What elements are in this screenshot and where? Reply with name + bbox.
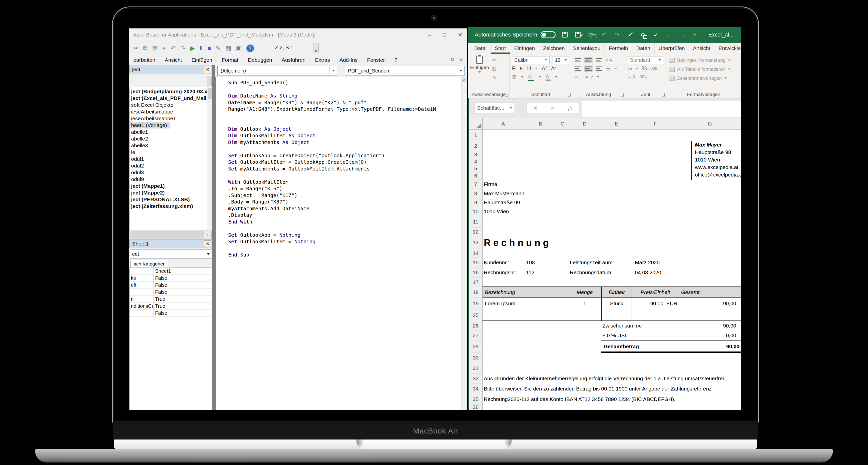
- formula-input[interactable]: [582, 101, 741, 117]
- sheet-cell[interactable]: Preis/Einheit: [632, 287, 679, 298]
- nditionsCalc[interactable]: nditionsCalc True: [130, 303, 212, 310]
- select-all-corner[interactable]: [469, 118, 483, 130]
- save-as-icon[interactable]: [574, 30, 582, 40]
- merge-center-icon[interactable]: ⊟: [606, 65, 611, 72]
- row-header[interactable]: 3: [469, 151, 483, 158]
- autosave-toggle[interactable]: [540, 31, 556, 38]
- sheet-cell[interactable]: 1010 Wien: [484, 207, 559, 216]
- n[interactable]: n True: [130, 296, 212, 303]
- copy-icon[interactable]: ⧉: [492, 66, 497, 72]
- sheet-cell[interactable]: Firma: [484, 179, 559, 189]
- ribbon-tab[interactable]: Daten: [632, 43, 654, 54]
- ribbon-tab[interactable]: Seitenlayou: [569, 43, 605, 54]
- remove-decimal-icon[interactable]: ,00→: [639, 75, 648, 79]
- close-icon[interactable]: ✕: [204, 240, 211, 247]
- sheet-cell[interactable]: Hauptstraße 99: [484, 198, 559, 207]
- font-size-dropdown[interactable]: 12: [553, 56, 569, 64]
- toolbox-icon[interactable]: ▣: [236, 45, 242, 51]
- project-tree-item[interactable]: ject (Budgetplanung-2020-03.xlsx: [130, 88, 212, 95]
- project-tree-item[interactable]: odul1: [130, 156, 212, 162]
- dialog-launcher-icon[interactable]: [662, 94, 664, 97]
- sheet-cell[interactable]: Gesamt: [681, 287, 736, 298]
- properties-object-dropdown[interactable]: eet: [130, 250, 212, 259]
- row-header[interactable]: 4: [469, 158, 483, 165]
- row-header[interactable]: 2: [469, 141, 483, 151]
- shapes-icon[interactable]: [639, 30, 647, 40]
- ribbon-tab[interactable]: Ansicht: [689, 43, 715, 54]
- child-restore-icon[interactable]: ⧉: [451, 57, 454, 63]
- sheet-cell[interactable]: Rechnungsdatum:: [570, 267, 632, 277]
- decrease-indent-icon[interactable]: ⇤: [575, 74, 579, 80]
- collapse-ribbon-icon[interactable]: [691, 30, 699, 40]
- project-tree-item[interactable]: ject (Mappe1): [130, 182, 212, 189]
- row-header[interactable]: 35: [469, 394, 483, 404]
- font-name-dropdown[interactable]: Calibri: [512, 56, 550, 64]
- ribbon-tab[interactable]: Einfügen: [510, 43, 539, 54]
- project-tree-item[interactable]: odul2: [130, 162, 212, 169]
- sheet-cell[interactable]: 1: [568, 298, 601, 309]
- ribbon-tab[interactable]: Datei: [470, 43, 491, 54]
- pause-icon[interactable]: ‖: [199, 45, 203, 51]
- row-header[interactable]: 12: [469, 228, 483, 236]
- sheet-cell[interactable]: Kundennr.:: [484, 258, 524, 267]
- help-icon[interactable]: ?: [246, 44, 254, 52]
- row-header[interactable]: 34: [469, 384, 483, 394]
- row-header[interactable]: 31: [469, 363, 483, 373]
- vba-menu-item[interactable]: earbeiten: [133, 57, 155, 63]
- dialog-launcher-icon[interactable]: [621, 94, 624, 97]
- redo-icon[interactable]: ↷: [181, 45, 186, 51]
- project-tree-item[interactable]: odul9: [130, 176, 212, 182]
- project-tree-item[interactable]: ieseArbeitsmappe1: [130, 115, 212, 122]
- sheet-cell[interactable]: office@excelpedia.at: [695, 171, 741, 178]
- row-header[interactable]: 9: [469, 198, 483, 207]
- ribbon-tab[interactable]: Start: [491, 43, 510, 54]
- sheet-cell[interactable]: 108: [526, 258, 546, 267]
- sheet-cell[interactable]: 112: [526, 267, 546, 277]
- close-icon[interactable]: ✕: [204, 66, 211, 73]
- format-as-table-button[interactable]: Als Tabelle formatieren: [669, 65, 739, 74]
- row-header[interactable]: 27: [469, 331, 483, 340]
- sheet-cell[interactable]: 90,00: [679, 321, 736, 331]
- object-dropdown[interactable]: (Allgemein): [217, 66, 337, 76]
- child-close-icon[interactable]: ✕: [459, 57, 463, 63]
- sheet-cell[interactable]: Hauptstraße 98: [695, 148, 740, 156]
- sheet-cell[interactable]: Einheit: [601, 287, 632, 298]
- scroll-right-button[interactable]: ›: [204, 231, 212, 238]
- row-header[interactable]: 32: [469, 373, 483, 384]
- ribbon-tab[interactable]: Zeichnen: [539, 43, 569, 54]
- add-decimal-icon[interactable]: ←,0: [628, 75, 635, 79]
- project-tree-item[interactable]: ject (PERSONAL.XLSB): [130, 196, 212, 203]
- project-tree-item[interactable]: abelle3: [130, 142, 212, 149]
- sheet-cell[interactable]: Gesamtbetrag: [603, 340, 684, 353]
- paste-icon[interactable]: ▤: [152, 45, 158, 51]
- undo-icon[interactable]: ↶: [170, 45, 176, 51]
- row-header[interactable]: 8: [469, 189, 483, 198]
- dialog-launcher-icon[interactable]: [505, 94, 508, 97]
- tab-by-category[interactable]: ach Kategorien: [130, 260, 169, 267]
- sheet-cell[interactable]: www.excelpedia.at: [695, 164, 741, 171]
- tree-horizontal-scrollbar[interactable]: ›: [129, 230, 212, 239]
- bold-button[interactable]: F: [512, 65, 515, 72]
- eft[interactable]: eft False: [130, 282, 212, 289]
- scrollbar-thumb[interactable]: [130, 231, 205, 238]
- sheet-cell[interactable]: 90,00 EUR: [632, 298, 677, 309]
- minimize-icon[interactable]: –: [428, 32, 431, 38]
- toolbar-overflow-button[interactable]: [313, 43, 319, 53]
- format-painter-icon[interactable]: ✎: [492, 75, 497, 81]
- undo-icon[interactable]: ↶: [600, 30, 608, 40]
- orientation-icon[interactable]: ∕: [592, 74, 593, 80]
- column-header[interactable]: C: [557, 118, 568, 130]
- cell-styles-button[interactable]: Zellenformatvorlagen: [669, 74, 739, 83]
- align-right-icon[interactable]: [596, 66, 602, 71]
- vba-menu-item[interactable]: Einfügen: [191, 57, 212, 63]
- project-tree-item[interactable]: heet1 (Vorlage): [130, 122, 170, 129]
- vba-menu-item[interactable]: Debuggen: [248, 57, 272, 63]
- sheet-cell[interactable]: 04.03.2020: [635, 267, 677, 277]
- row-header[interactable]: 6: [469, 172, 483, 179]
- copy-icon[interactable]: ⧉: [143, 45, 147, 51]
- number-format-dropdown[interactable]: Standard: [628, 56, 663, 64]
- sheet-cell[interactable]: Bezeichnung: [485, 287, 565, 298]
- column-header[interactable]: B: [524, 118, 557, 130]
- align-bottom-icon[interactable]: [596, 58, 602, 62]
- row-header[interactable]: 17: [469, 277, 483, 287]
